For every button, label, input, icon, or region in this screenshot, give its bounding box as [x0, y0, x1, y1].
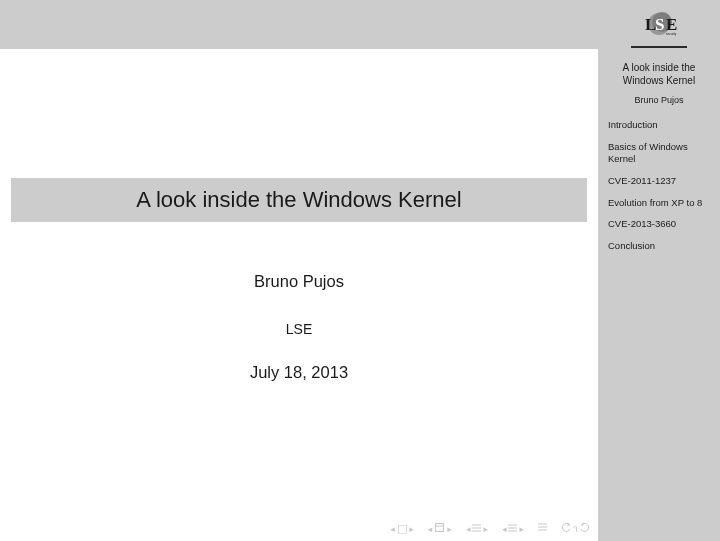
triangle-right-icon: ▸	[519, 524, 524, 534]
sidebar-item-basics[interactable]: Basics of Windows Kernel	[608, 141, 710, 165]
sidebar-title-line1: A look inside the	[623, 62, 696, 73]
top-bar	[0, 0, 598, 49]
sidebar-item-cve-2013-3660[interactable]: CVE-2013-3660	[608, 218, 710, 230]
triangle-left-icon: ◂	[466, 524, 471, 534]
sidebar-item-conclusion[interactable]: Conclusion	[608, 240, 710, 252]
svg-text:S: S	[655, 15, 664, 34]
triangle-left-icon: ◂	[502, 524, 507, 534]
frame-icon	[434, 522, 445, 535]
slide-date: July 18, 2013	[0, 363, 598, 382]
slide-author: Bruno Pujos	[0, 272, 598, 291]
search-icon: ૧	[573, 524, 578, 534]
sidebar-nav: Introduction Basics of Windows Kernel CV…	[604, 119, 714, 262]
sidebar-item-cve-2011-1237[interactable]: CVE-2011-1237	[608, 175, 710, 187]
sidebar: L S E security A look inside the Windows…	[598, 0, 720, 541]
slide-page: A look inside the Windows Kernel Bruno P…	[0, 0, 720, 541]
lse-logo: L S E security	[631, 10, 687, 44]
nav-frame-button[interactable]: ◂ ▸	[502, 523, 524, 534]
slide-institute: LSE	[0, 321, 598, 337]
sidebar-item-introduction[interactable]: Introduction	[608, 119, 710, 131]
triangle-right-icon: ▸	[409, 524, 414, 534]
logo-underline	[631, 46, 687, 48]
sidebar-item-evolution[interactable]: Evolution from XP to 8	[608, 197, 710, 209]
nav-first-button[interactable]: ◂ □ ▸	[390, 523, 413, 534]
undo-icon	[561, 522, 572, 535]
slide-title: A look inside the Windows Kernel	[11, 178, 587, 222]
svg-rect-0	[436, 524, 444, 532]
beamer-nav-controls: ◂ □ ▸ ◂ ▸ ◂ ▸	[390, 522, 590, 535]
triangle-right-icon: ▸	[447, 524, 452, 534]
nav-mode-button[interactable]	[538, 522, 547, 535]
main-panel: A look inside the Windows Kernel Bruno P…	[0, 0, 598, 541]
sidebar-title: A look inside the Windows Kernel	[623, 62, 696, 87]
nav-section-button[interactable]: ◂ ▸	[428, 522, 452, 535]
sidebar-author: Bruno Pujos	[634, 95, 683, 105]
slide-content: A look inside the Windows Kernel Bruno P…	[0, 49, 598, 541]
triangle-right-icon: ▸	[483, 524, 488, 534]
sidebar-title-line2: Windows Kernel	[623, 75, 695, 86]
lines-icon	[472, 523, 481, 534]
triangle-left-icon: ◂	[390, 524, 395, 534]
svg-text:security: security	[666, 32, 677, 36]
redo-icon	[579, 522, 590, 535]
lines-icon	[508, 523, 517, 534]
nav-subsection-button[interactable]: ◂ ▸	[466, 523, 488, 534]
nav-undo-redo[interactable]: ૧	[561, 522, 590, 535]
triangle-left-icon: ◂	[428, 524, 433, 534]
square-icon: □	[397, 523, 407, 534]
